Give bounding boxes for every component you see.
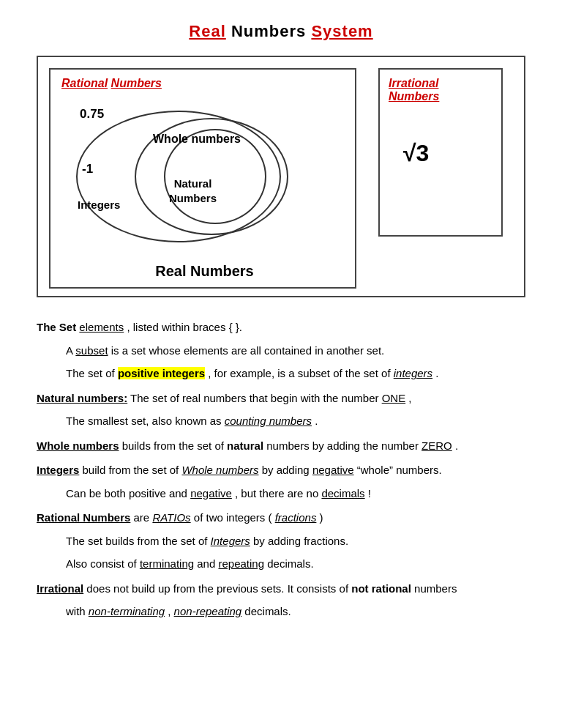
natural-comma: ,: [408, 392, 411, 404]
irrational-italic-label: Irrational: [389, 77, 438, 89]
set-blank: elements: [79, 321, 124, 333]
irrational-bold2: not rational: [351, 582, 411, 595]
natural-label: Natural Numbers: [169, 177, 217, 205]
pos-int-mid: , for example, is a subset of the set of: [208, 367, 390, 379]
integers-bold: Integers: [37, 464, 79, 476]
title-real: Real: [189, 22, 225, 40]
value-neg1-label: -1: [82, 162, 93, 177]
rational-italic-label: Rational: [61, 77, 108, 89]
irrational-end: decimals.: [244, 605, 291, 617]
rational-text: are: [134, 511, 150, 524]
counting-numbers-blank: counting numbers: [225, 415, 312, 427]
whole-end: .: [455, 439, 458, 452]
rational-set-paragraph: The set builds from the set of Integers …: [37, 532, 525, 551]
set-line2: , listed within braces { }.: [127, 321, 242, 333]
page-title: Real Numbers System: [37, 22, 525, 41]
can-be-text: Can be both positive and: [66, 487, 187, 499]
whole-blank: ZERO: [422, 439, 452, 452]
sqrt3-value: √3: [403, 140, 429, 167]
natural-also: The smallest set, also known as: [66, 415, 222, 427]
set-bold: The Set: [37, 321, 76, 333]
rational-repeating: repeating: [218, 557, 264, 570]
natural-also-end: .: [315, 415, 318, 427]
whole-bold2: natural: [227, 439, 263, 452]
can-be-paragraph: Can be both positive and negative , but …: [37, 484, 525, 503]
natural-blank: ONE: [382, 392, 406, 404]
can-be-end: !: [368, 487, 371, 499]
can-be-text2: , but there are no: [235, 487, 318, 499]
rational-set-end: by adding fractions.: [253, 535, 348, 547]
rational-paragraph: Rational Numbers are RATIOs of two integ…: [37, 508, 525, 527]
rational-text2: of two integers (: [194, 511, 272, 524]
integers-text3: “whole” numbers.: [357, 464, 442, 476]
irrational-blank1: non-terminating: [89, 605, 165, 617]
can-be-blank2: decimals: [321, 487, 364, 499]
venn-diagram: 0.75 -1 Integers Whole numbers Natural N…: [61, 96, 340, 257]
rational-set-text: The set builds from the set of: [66, 535, 207, 547]
rational-label: Rational Numbers: [61, 77, 348, 90]
title-numbers: Numbers: [231, 22, 306, 40]
pos-int-blank: integers: [394, 367, 432, 379]
irrational-with-paragraph: with non-terminating , non-repeating dec…: [37, 602, 525, 621]
pos-int-pre: The set of: [66, 367, 115, 379]
counting-numbers-paragraph: The smallest set, also known as counting…: [37, 412, 525, 431]
pos-int-end: .: [435, 367, 438, 379]
rational-terminating: terminating: [140, 557, 194, 570]
integers-paragraph: Integers build from the set of Whole num…: [37, 461, 525, 480]
natural-text: The set of real numbers that begin with …: [130, 392, 378, 404]
title-system: System: [311, 22, 372, 40]
rational-end: ): [320, 511, 323, 524]
integers-blank: Whole numbers: [181, 464, 258, 476]
diagram-row: Rational Numbers 0.75 -1 Integers Whole …: [49, 68, 513, 289]
integers-text2: by adding: [262, 464, 310, 476]
natural-bold: Natural numbers:: [37, 392, 127, 404]
integers-label: Integers: [78, 198, 120, 211]
content-section: The Set elements , listed within braces …: [37, 318, 525, 621]
irrational-blank2: non-repeating: [174, 605, 242, 617]
rational-also-paragraph: Also consist of terminating and repeatin…: [37, 554, 525, 573]
irrational-bold: Irrational: [37, 582, 83, 595]
positive-integers-paragraph: The set of positive integers , for examp…: [37, 364, 525, 383]
real-numbers-label: Real Numbers: [61, 263, 348, 280]
integers-text: build from the set of: [83, 464, 179, 476]
rational-set-blank: Integers: [211, 535, 250, 547]
natural-numbers-paragraph: Natural numbers: The set of real numbers…: [37, 389, 525, 408]
irrational-box: Irrational Numbers √3: [378, 68, 503, 237]
integers-negative: negative: [312, 464, 354, 476]
irrational-numbers-text: Numbers: [389, 90, 439, 103]
value-075-label: 0.75: [80, 107, 104, 122]
rational-also: Also consist of: [66, 557, 137, 570]
rational-blank2: fractions: [275, 511, 317, 524]
whole-text2: numbers by adding the number: [266, 439, 419, 452]
whole-text: builds from the set of: [122, 439, 224, 452]
positive-integers-highlight: positive integers: [118, 367, 205, 379]
irrational-comma: ,: [168, 605, 171, 617]
rational-and: and: [197, 557, 215, 570]
rational-blank: RATIOs: [152, 511, 190, 524]
can-be-blank: negative: [190, 487, 232, 499]
irrational-label: Irrational Numbers: [389, 77, 492, 103]
irrational-with: with: [66, 605, 86, 617]
irrational-text: does not build up from the previous sets…: [86, 582, 348, 595]
whole-numbers-paragraph: Whole numbers builds from the set of nat…: [37, 437, 525, 456]
irrational-text2: numbers: [414, 582, 457, 595]
subset-blank: subset: [75, 344, 108, 357]
whole-label: Whole numbers: [153, 133, 241, 146]
rational-decimals: decimals.: [267, 557, 313, 570]
rational-box: Rational Numbers 0.75 -1 Integers Whole …: [49, 68, 356, 289]
subset-paragraph: A subset is a set whose elements are all…: [37, 341, 525, 360]
rational-numbers-label: Numbers: [111, 77, 162, 89]
irrational-paragraph: Irrational does not build up from the pr…: [37, 579, 525, 598]
outer-diagram-box: Rational Numbers 0.75 -1 Integers Whole …: [37, 56, 525, 297]
whole-bold: Whole numbers: [37, 439, 119, 452]
set-paragraph: The Set elements , listed within braces …: [37, 318, 525, 337]
subset-line2: is a set whose elements are all containe…: [111, 344, 385, 357]
subset-a: A: [66, 344, 72, 357]
rational-bold: Rational Numbers: [37, 511, 130, 524]
